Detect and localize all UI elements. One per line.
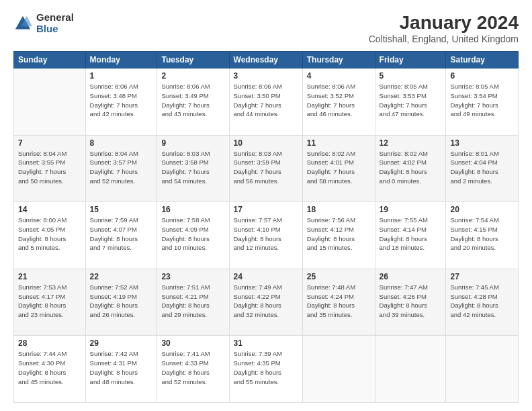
calendar-day-15: 15Sunrise: 7:59 AMSunset: 4:07 PMDayligh…: [85, 202, 157, 269]
day-number: 21: [18, 272, 81, 281]
calendar: SundayMondayTuesdayWednesdayThursdayFrid…: [13, 51, 519, 403]
day-number: 7: [18, 138, 81, 148]
calendar-day-6: 6Sunrise: 8:05 AMSunset: 3:54 PMDaylight…: [446, 68, 519, 136]
calendar-day-22: 22Sunrise: 7:52 AMSunset: 4:19 PMDayligh…: [85, 269, 157, 336]
day-number: 14: [18, 205, 81, 214]
day-info: Sunrise: 7:53 AMSunset: 4:17 PMDaylight:…: [18, 283, 81, 320]
logo-blue: Blue: [36, 24, 74, 35]
day-info: Sunrise: 8:06 AMSunset: 3:49 PMDaylight:…: [161, 82, 224, 119]
calendar-day-5: 5Sunrise: 8:05 AMSunset: 3:53 PMDaylight…: [375, 68, 446, 136]
page: General Blue January 2024 Coltishall, En…: [0, 0, 532, 411]
calendar-day-20: 20Sunrise: 7:54 AMSunset: 4:15 PMDayligh…: [446, 202, 519, 269]
calendar-day-25: 25Sunrise: 7:48 AMSunset: 4:24 PMDayligh…: [302, 269, 375, 336]
day-number: 13: [450, 138, 514, 148]
empty-cell: [375, 336, 446, 403]
calendar-row-2: 14Sunrise: 8:00 AMSunset: 4:05 PMDayligh…: [14, 202, 519, 269]
main-title: January 2024: [369, 12, 519, 34]
empty-cell: [14, 68, 86, 136]
day-info: Sunrise: 7:59 AMSunset: 4:07 PMDaylight:…: [90, 216, 153, 253]
day-number: 12: [380, 138, 442, 148]
weekday-header-monday: Monday: [85, 52, 157, 68]
calendar-day-23: 23Sunrise: 7:51 AMSunset: 4:21 PMDayligh…: [157, 269, 229, 336]
calendar-day-26: 26Sunrise: 7:47 AMSunset: 4:26 PMDayligh…: [375, 269, 446, 336]
calendar-day-19: 19Sunrise: 7:55 AMSunset: 4:14 PMDayligh…: [375, 202, 446, 269]
day-number: 27: [450, 272, 514, 281]
day-number: 26: [380, 272, 442, 281]
calendar-day-13: 13Sunrise: 8:01 AMSunset: 4:04 PMDayligh…: [446, 135, 519, 202]
weekday-header-wednesday: Wednesday: [229, 52, 302, 68]
day-info: Sunrise: 7:57 AMSunset: 4:10 PMDaylight:…: [234, 216, 298, 253]
day-number: 17: [234, 205, 298, 214]
calendar-day-18: 18Sunrise: 7:56 AMSunset: 4:12 PMDayligh…: [302, 202, 375, 269]
calendar-day-7: 7Sunrise: 8:04 AMSunset: 3:55 PMDaylight…: [14, 135, 86, 202]
day-info: Sunrise: 8:04 AMSunset: 3:55 PMDaylight:…: [18, 149, 81, 186]
weekday-row: SundayMondayTuesdayWednesdayThursdayFrid…: [14, 52, 519, 68]
day-info: Sunrise: 8:05 AMSunset: 3:54 PMDaylight:…: [450, 82, 514, 119]
day-info: Sunrise: 8:02 AMSunset: 4:01 PMDaylight:…: [307, 149, 371, 186]
empty-cell: [446, 336, 519, 403]
day-info: Sunrise: 8:06 AMSunset: 3:52 PMDaylight:…: [307, 82, 371, 119]
day-number: 18: [307, 205, 371, 214]
calendar-day-2: 2Sunrise: 8:06 AMSunset: 3:49 PMDaylight…: [157, 68, 229, 136]
weekday-header-tuesday: Tuesday: [157, 52, 229, 68]
day-number: 9: [161, 138, 224, 148]
day-info: Sunrise: 8:02 AMSunset: 4:02 PMDaylight:…: [380, 149, 442, 186]
day-number: 6: [450, 71, 514, 81]
day-info: Sunrise: 7:51 AMSunset: 4:21 PMDaylight:…: [161, 283, 224, 320]
day-number: 1: [90, 71, 153, 81]
calendar-day-31: 31Sunrise: 7:39 AMSunset: 4:35 PMDayligh…: [229, 336, 302, 403]
day-info: Sunrise: 7:54 AMSunset: 4:15 PMDaylight:…: [450, 216, 514, 253]
calendar-day-28: 28Sunrise: 7:44 AMSunset: 4:30 PMDayligh…: [14, 336, 86, 403]
day-number: 31: [234, 338, 298, 348]
day-number: 28: [18, 338, 81, 348]
day-info: Sunrise: 8:05 AMSunset: 3:53 PMDaylight:…: [380, 82, 442, 119]
calendar-body: 1Sunrise: 8:06 AMSunset: 3:48 PMDaylight…: [14, 68, 519, 403]
calendar-day-12: 12Sunrise: 8:02 AMSunset: 4:02 PMDayligh…: [375, 135, 446, 202]
day-info: Sunrise: 7:52 AMSunset: 4:19 PMDaylight:…: [90, 283, 153, 320]
day-info: Sunrise: 8:03 AMSunset: 3:59 PMDaylight:…: [234, 149, 298, 186]
calendar-day-14: 14Sunrise: 8:00 AMSunset: 4:05 PMDayligh…: [14, 202, 86, 269]
logo-general: General: [36, 12, 74, 24]
subtitle: Coltishall, England, United Kingdom: [369, 34, 519, 44]
calendar-day-3: 3Sunrise: 8:06 AMSunset: 3:50 PMDaylight…: [229, 68, 302, 136]
day-info: Sunrise: 7:49 AMSunset: 4:22 PMDaylight:…: [234, 283, 298, 320]
day-info: Sunrise: 7:56 AMSunset: 4:12 PMDaylight:…: [307, 216, 371, 253]
day-number: 8: [90, 138, 153, 148]
day-number: 2: [161, 71, 224, 81]
calendar-row-3: 21Sunrise: 7:53 AMSunset: 4:17 PMDayligh…: [14, 269, 519, 336]
day-number: 20: [450, 205, 514, 214]
day-info: Sunrise: 7:41 AMSunset: 4:33 PMDaylight:…: [161, 349, 224, 386]
day-info: Sunrise: 8:00 AMSunset: 4:05 PMDaylight:…: [18, 216, 81, 253]
day-info: Sunrise: 7:48 AMSunset: 4:24 PMDaylight:…: [307, 283, 371, 320]
calendar-day-17: 17Sunrise: 7:57 AMSunset: 4:10 PMDayligh…: [229, 202, 302, 269]
calendar-day-30: 30Sunrise: 7:41 AMSunset: 4:33 PMDayligh…: [157, 336, 229, 403]
empty-cell: [302, 336, 375, 403]
day-number: 15: [90, 205, 153, 214]
calendar-row-4: 28Sunrise: 7:44 AMSunset: 4:30 PMDayligh…: [14, 336, 519, 403]
calendar-day-27: 27Sunrise: 7:45 AMSunset: 4:28 PMDayligh…: [446, 269, 519, 336]
calendar-day-8: 8Sunrise: 8:04 AMSunset: 3:57 PMDaylight…: [85, 135, 157, 202]
day-info: Sunrise: 7:44 AMSunset: 4:30 PMDaylight:…: [18, 349, 81, 386]
calendar-day-4: 4Sunrise: 8:06 AMSunset: 3:52 PMDaylight…: [302, 68, 375, 136]
calendar-day-11: 11Sunrise: 8:02 AMSunset: 4:01 PMDayligh…: [302, 135, 375, 202]
calendar-day-16: 16Sunrise: 7:58 AMSunset: 4:09 PMDayligh…: [157, 202, 229, 269]
day-number: 4: [307, 71, 371, 81]
day-number: 3: [234, 71, 298, 81]
calendar-day-9: 9Sunrise: 8:03 AMSunset: 3:58 PMDaylight…: [157, 135, 229, 202]
day-info: Sunrise: 8:06 AMSunset: 3:50 PMDaylight:…: [234, 82, 298, 119]
day-number: 5: [380, 71, 442, 81]
logo: General Blue: [13, 12, 74, 34]
title-block: January 2024 Coltishall, England, United…: [369, 12, 519, 44]
calendar-header: SundayMondayTuesdayWednesdayThursdayFrid…: [14, 52, 519, 68]
day-number: 24: [234, 272, 298, 281]
day-info: Sunrise: 8:03 AMSunset: 3:58 PMDaylight:…: [161, 149, 224, 186]
day-info: Sunrise: 7:55 AMSunset: 4:14 PMDaylight:…: [380, 216, 442, 253]
calendar-row-1: 7Sunrise: 8:04 AMSunset: 3:55 PMDaylight…: [14, 135, 519, 202]
day-number: 11: [307, 138, 371, 148]
day-info: Sunrise: 7:42 AMSunset: 4:31 PMDaylight:…: [90, 349, 153, 386]
logo-icon: [13, 14, 32, 33]
weekday-header-sunday: Sunday: [14, 52, 86, 68]
weekday-header-saturday: Saturday: [446, 52, 519, 68]
day-number: 23: [161, 272, 224, 281]
day-number: 25: [307, 272, 371, 281]
